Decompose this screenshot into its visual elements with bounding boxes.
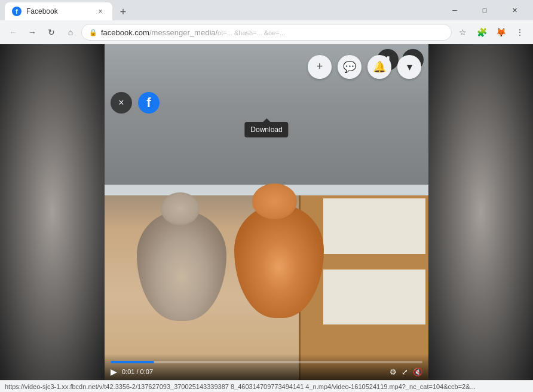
nav-bar: ← → ↻ ⌂ 🔒 facebook.com/messenger_media/o… bbox=[0, 20, 533, 44]
status-bar: https://video-sjc3-1.xx.fbcdn.net/v/t42.… bbox=[0, 380, 533, 392]
tab-title: Facebook bbox=[26, 7, 91, 16]
cabinet-shelf-2 bbox=[323, 270, 425, 325]
title-bar: f Facebook × + ─ □ ✕ bbox=[0, 0, 533, 20]
video-controls: ▶ 0:01 / 0:07 ⚙ ⤢ 🔇 bbox=[105, 354, 428, 380]
tab-favicon: f bbox=[12, 7, 22, 16]
cat-left bbox=[137, 210, 232, 330]
refresh-button[interactable]: ↻ bbox=[43, 24, 60, 41]
left-blur-panel bbox=[0, 44, 105, 380]
new-tab-button[interactable]: + bbox=[115, 4, 131, 20]
close-window-button[interactable]: ✕ bbox=[501, 0, 528, 20]
cat-left-body bbox=[137, 210, 226, 321]
menu-button[interactable]: ⋮ bbox=[511, 24, 528, 41]
controls-row: ▶ 0:01 / 0:07 ⚙ ⤢ 🔇 bbox=[111, 367, 422, 376]
address-bar[interactable]: 🔒 facebook.com/messenger_media/ot=... &h… bbox=[81, 24, 452, 41]
messenger-button[interactable]: 💬 bbox=[338, 55, 362, 79]
browser-tab[interactable]: f Facebook × bbox=[5, 2, 112, 20]
account-menu-button[interactable]: ▾ bbox=[397, 55, 421, 79]
facebook-logo-button[interactable]: f bbox=[138, 92, 160, 114]
back-button[interactable]: ← bbox=[5, 24, 22, 41]
profile-avatar-button[interactable]: 🦊 bbox=[492, 24, 509, 41]
center-panel: × f + 💬 🔔 ▾ bbox=[105, 44, 428, 380]
url-text: facebook.com/messenger_media/ot=... &has… bbox=[101, 28, 444, 37]
progress-bar[interactable] bbox=[111, 361, 422, 363]
star-button[interactable]: ☆ bbox=[454, 24, 471, 41]
progress-filled bbox=[111, 361, 154, 363]
maximize-button[interactable]: □ bbox=[471, 0, 498, 20]
cabinet-shelf-1 bbox=[323, 198, 425, 254]
plus-button[interactable]: + bbox=[308, 55, 332, 79]
extension-puzzle-button[interactable]: 🧩 bbox=[473, 24, 490, 41]
window-controls: ─ □ ✕ bbox=[441, 0, 528, 20]
lock-icon: 🔒 bbox=[89, 29, 97, 36]
time-display: 0:01 / 0:07 bbox=[122, 368, 153, 375]
settings-button[interactable]: ⚙ bbox=[390, 368, 397, 376]
status-url: https://video-sjc3-1.xx.fbcdn.net/v/t42.… bbox=[5, 383, 476, 390]
close-overlay-button[interactable]: × bbox=[111, 92, 132, 114]
main-content: × f + 💬 🔔 ▾ bbox=[0, 44, 533, 380]
right-blur-panel bbox=[428, 44, 533, 380]
tab-close-button[interactable]: × bbox=[96, 7, 105, 16]
total-time: 0:07 bbox=[140, 368, 153, 375]
notifications-button[interactable]: 🔔 bbox=[367, 55, 391, 79]
url-base: facebook.com bbox=[101, 28, 149, 37]
home-button[interactable]: ⌂ bbox=[62, 24, 79, 41]
cat-right bbox=[234, 204, 327, 330]
current-time: 0:01 bbox=[122, 368, 134, 375]
fullscreen-button[interactable]: ⤢ bbox=[402, 368, 408, 376]
minimize-button[interactable]: ─ bbox=[441, 0, 468, 20]
fb-header-overlay: × f + 💬 🔔 ▾ bbox=[105, 44, 428, 89]
forward-button[interactable]: → bbox=[24, 24, 41, 41]
mute-button[interactable]: 🔇 bbox=[413, 368, 422, 376]
tab-strip: f Facebook × + bbox=[5, 0, 441, 20]
play-button[interactable]: ▶ bbox=[111, 367, 117, 376]
url-rest: ot=... &hash=... &oe=... bbox=[218, 29, 285, 36]
extension-icons: ☆ 🧩 🦊 ⋮ bbox=[454, 24, 528, 41]
url-path: /messenger_media/ bbox=[149, 28, 218, 37]
cat-right-body bbox=[234, 204, 324, 318]
